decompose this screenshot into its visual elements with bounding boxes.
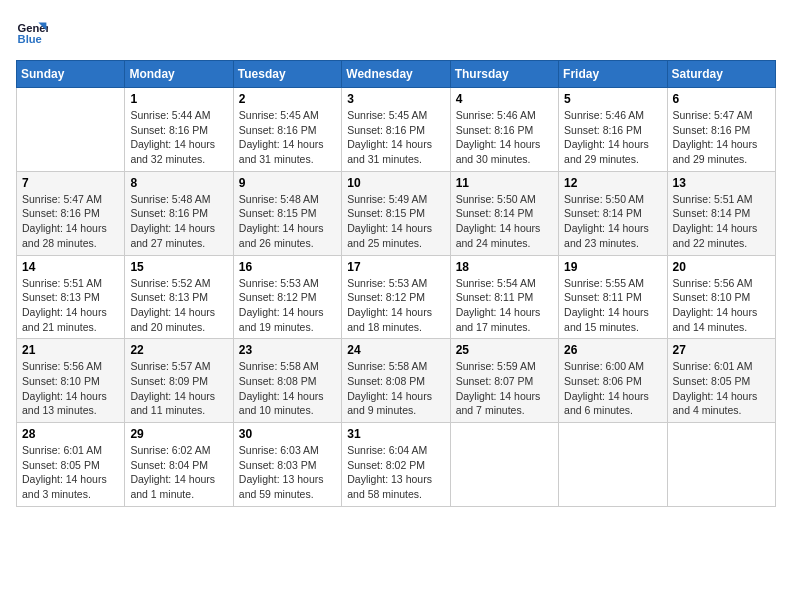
calendar-cell: 27Sunrise: 6:01 AMSunset: 8:05 PMDayligh… bbox=[667, 339, 775, 423]
day-info-line: and 24 minutes. bbox=[456, 236, 553, 251]
day-info-line: Sunset: 8:12 PM bbox=[347, 290, 444, 305]
logo-icon: General Blue bbox=[16, 16, 48, 48]
day-info-line: Daylight: 14 hours bbox=[456, 137, 553, 152]
weekday-header-friday: Friday bbox=[559, 61, 667, 88]
day-info-line: Daylight: 14 hours bbox=[130, 137, 227, 152]
day-info-line: Sunrise: 5:55 AM bbox=[564, 276, 661, 291]
day-info-line: Sunset: 8:16 PM bbox=[239, 123, 336, 138]
day-info-line: Sunset: 8:11 PM bbox=[564, 290, 661, 305]
day-info-line: Daylight: 14 hours bbox=[456, 305, 553, 320]
calendar-cell: 14Sunrise: 5:51 AMSunset: 8:13 PMDayligh… bbox=[17, 255, 125, 339]
day-info-line: Daylight: 13 hours bbox=[347, 472, 444, 487]
calendar-cell: 21Sunrise: 5:56 AMSunset: 8:10 PMDayligh… bbox=[17, 339, 125, 423]
day-info-line: Daylight: 14 hours bbox=[564, 221, 661, 236]
day-info-line: Sunset: 8:15 PM bbox=[347, 206, 444, 221]
day-info-line: Sunset: 8:15 PM bbox=[239, 206, 336, 221]
day-info-line: Daylight: 14 hours bbox=[347, 137, 444, 152]
day-info-line: and 23 minutes. bbox=[564, 236, 661, 251]
day-info-line: and 18 minutes. bbox=[347, 320, 444, 335]
day-info-line: and 17 minutes. bbox=[456, 320, 553, 335]
day-info-line: and 15 minutes. bbox=[564, 320, 661, 335]
day-number: 19 bbox=[564, 260, 661, 274]
day-info-line: Daylight: 14 hours bbox=[347, 221, 444, 236]
day-info-line: Sunset: 8:13 PM bbox=[22, 290, 119, 305]
day-info-line: Daylight: 14 hours bbox=[239, 389, 336, 404]
day-number: 27 bbox=[673, 343, 770, 357]
day-info-line: and 58 minutes. bbox=[347, 487, 444, 502]
day-info-line: Sunset: 8:12 PM bbox=[239, 290, 336, 305]
day-info-line: and 31 minutes. bbox=[239, 152, 336, 167]
day-number: 24 bbox=[347, 343, 444, 357]
calendar-table: SundayMondayTuesdayWednesdayThursdayFrid… bbox=[16, 60, 776, 507]
day-number: 8 bbox=[130, 176, 227, 190]
day-info-line: and 1 minute. bbox=[130, 487, 227, 502]
calendar-cell: 26Sunrise: 6:00 AMSunset: 8:06 PMDayligh… bbox=[559, 339, 667, 423]
day-info-line: Daylight: 14 hours bbox=[130, 389, 227, 404]
calendar-cell: 8Sunrise: 5:48 AMSunset: 8:16 PMDaylight… bbox=[125, 171, 233, 255]
day-info-line: Sunset: 8:10 PM bbox=[673, 290, 770, 305]
day-info-line: Sunrise: 5:46 AM bbox=[456, 108, 553, 123]
calendar-cell: 3Sunrise: 5:45 AMSunset: 8:16 PMDaylight… bbox=[342, 88, 450, 172]
day-info-line: and 26 minutes. bbox=[239, 236, 336, 251]
day-info-line: Sunrise: 5:56 AM bbox=[673, 276, 770, 291]
day-info-line: Sunset: 8:16 PM bbox=[130, 123, 227, 138]
calendar-cell bbox=[559, 423, 667, 507]
day-number: 31 bbox=[347, 427, 444, 441]
day-info-line: and 30 minutes. bbox=[456, 152, 553, 167]
weekday-header-tuesday: Tuesday bbox=[233, 61, 341, 88]
day-number: 26 bbox=[564, 343, 661, 357]
day-number: 15 bbox=[130, 260, 227, 274]
day-info-line: Daylight: 14 hours bbox=[347, 389, 444, 404]
day-info-line: Sunset: 8:04 PM bbox=[130, 458, 227, 473]
day-info-line: Sunrise: 5:56 AM bbox=[22, 359, 119, 374]
day-info-line: Sunset: 8:03 PM bbox=[239, 458, 336, 473]
day-info-line: Daylight: 14 hours bbox=[130, 221, 227, 236]
day-info-line: Daylight: 14 hours bbox=[673, 305, 770, 320]
day-info-line: Sunrise: 5:53 AM bbox=[239, 276, 336, 291]
day-info-line: Daylight: 14 hours bbox=[22, 221, 119, 236]
day-info-line: Sunset: 8:16 PM bbox=[673, 123, 770, 138]
day-info-line: and 28 minutes. bbox=[22, 236, 119, 251]
calendar-cell: 30Sunrise: 6:03 AMSunset: 8:03 PMDayligh… bbox=[233, 423, 341, 507]
page-header: General Blue bbox=[16, 16, 776, 48]
day-info-line: Daylight: 14 hours bbox=[564, 389, 661, 404]
day-number: 29 bbox=[130, 427, 227, 441]
day-info-line: Sunrise: 5:52 AM bbox=[130, 276, 227, 291]
day-number: 5 bbox=[564, 92, 661, 106]
day-info-line: Sunrise: 6:03 AM bbox=[239, 443, 336, 458]
day-number: 23 bbox=[239, 343, 336, 357]
calendar-cell: 22Sunrise: 5:57 AMSunset: 8:09 PMDayligh… bbox=[125, 339, 233, 423]
day-info-line: Daylight: 14 hours bbox=[239, 221, 336, 236]
calendar-cell: 2Sunrise: 5:45 AMSunset: 8:16 PMDaylight… bbox=[233, 88, 341, 172]
weekday-header-sunday: Sunday bbox=[17, 61, 125, 88]
day-info-line: and 9 minutes. bbox=[347, 403, 444, 418]
day-number: 13 bbox=[673, 176, 770, 190]
day-info-line: Sunrise: 5:50 AM bbox=[564, 192, 661, 207]
day-info-line: Sunset: 8:02 PM bbox=[347, 458, 444, 473]
day-info-line: Sunset: 8:10 PM bbox=[22, 374, 119, 389]
day-info-line: Sunrise: 6:00 AM bbox=[564, 359, 661, 374]
day-number: 4 bbox=[456, 92, 553, 106]
day-info-line: and 6 minutes. bbox=[564, 403, 661, 418]
day-info-line: Sunset: 8:16 PM bbox=[130, 206, 227, 221]
day-info-line: and 14 minutes. bbox=[673, 320, 770, 335]
day-info-line: and 19 minutes. bbox=[239, 320, 336, 335]
calendar-cell: 13Sunrise: 5:51 AMSunset: 8:14 PMDayligh… bbox=[667, 171, 775, 255]
calendar-cell: 17Sunrise: 5:53 AMSunset: 8:12 PMDayligh… bbox=[342, 255, 450, 339]
day-number: 2 bbox=[239, 92, 336, 106]
day-info-line: Sunset: 8:11 PM bbox=[456, 290, 553, 305]
day-info-line: and 59 minutes. bbox=[239, 487, 336, 502]
day-info-line: Sunset: 8:05 PM bbox=[673, 374, 770, 389]
calendar-cell: 11Sunrise: 5:50 AMSunset: 8:14 PMDayligh… bbox=[450, 171, 558, 255]
day-number: 30 bbox=[239, 427, 336, 441]
day-info-line: Daylight: 14 hours bbox=[347, 305, 444, 320]
day-info-line: Sunset: 8:08 PM bbox=[239, 374, 336, 389]
day-info-line: Sunrise: 6:01 AM bbox=[673, 359, 770, 374]
day-number: 12 bbox=[564, 176, 661, 190]
day-info-line: Daylight: 14 hours bbox=[456, 221, 553, 236]
day-info-line: Sunrise: 5:48 AM bbox=[239, 192, 336, 207]
day-info-line: and 7 minutes. bbox=[456, 403, 553, 418]
day-number: 16 bbox=[239, 260, 336, 274]
day-info-line: Sunset: 8:14 PM bbox=[673, 206, 770, 221]
day-info-line: and 13 minutes. bbox=[22, 403, 119, 418]
